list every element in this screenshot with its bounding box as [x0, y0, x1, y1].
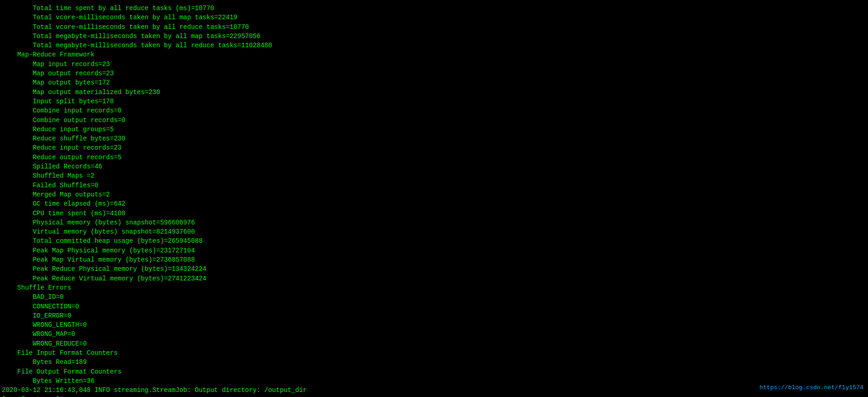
terminal-line: Bytes Written=36 — [2, 377, 95, 385]
terminal-line: Total megabyte-milliseconds taken by all… — [2, 42, 272, 49]
terminal-window: Total time spent by all reduce tasks (ms… — [0, 0, 868, 397]
terminal-line: File Input Format Counters — [2, 349, 118, 357]
terminal-line: Map output records=23 — [2, 70, 114, 77]
terminal-line: Total committed heap usage (bytes)=26594… — [2, 237, 203, 245]
terminal-line: WRONG_REDUCE=0 — [2, 340, 87, 347]
terminal-line: File Output Format Counters — [2, 368, 121, 375]
terminal-line: GC time elapsed (ms)=642 — [2, 200, 125, 207]
terminal-line: Peak Map Physical memory (bytes)=2317271… — [2, 247, 195, 254]
terminal-line: CPU time spent (ms)=4100 — [2, 210, 125, 217]
terminal-line: Combine input records=0 — [2, 107, 121, 114]
terminal-line: Input split bytes=178 — [2, 98, 114, 105]
terminal-line: CONNECTION=0 — [2, 303, 79, 310]
terminal-line: Reduce shuffle bytes=230 — [2, 135, 125, 142]
terminal-line: Bytes Read=189 — [2, 358, 87, 366]
terminal-line: Total megabyte-milliseconds taken by all… — [2, 33, 261, 40]
terminal-line: WRONG_LENGTH=0 — [2, 321, 87, 329]
terminal-line: Reduce input records=23 — [2, 144, 121, 151]
terminal-line: Total vcore-milliseconds taken by all re… — [2, 23, 249, 31]
terminal-line: Reduce output records=5 — [2, 154, 121, 161]
terminal-line: Peak Map Virtual memory (bytes)=27368570… — [2, 256, 195, 263]
terminal-line: Map output materialized bytes=230 — [2, 89, 160, 96]
terminal-line: Merged Map outputs=2 — [2, 191, 110, 198]
terminal-line: Shuffled Maps =2 — [2, 172, 95, 179]
terminal-output: Total time spent by all reduce tasks (ms… — [2, 4, 866, 397]
terminal-line: Total vcore-milliseconds taken by all ma… — [2, 14, 237, 21]
terminal-line: IO_ERROR=0 — [2, 312, 71, 319]
terminal-line: WRONG_MAP=0 — [2, 330, 75, 338]
watermark: https://blog.csdn.net/fly1574 — [760, 384, 863, 392]
terminal-line: Map-Reduce Framework — [2, 51, 95, 58]
terminal-line: Reduce input groups=5 — [2, 126, 114, 133]
terminal-line: Virtual memory (bytes) snapshot=82149376… — [2, 228, 195, 235]
terminal-line: Map output bytes=172 — [2, 79, 110, 86]
terminal-line: Shuffle Errors — [2, 284, 71, 291]
terminal-line: Physical memory (bytes) snapshot=5966069… — [2, 219, 195, 226]
terminal-line: Failed Shuffles=0 — [2, 182, 98, 189]
terminal-line: Peak Reduce Physical memory (bytes)=1343… — [2, 265, 206, 273]
terminal-line: Map input records=23 — [2, 61, 110, 68]
terminal-line: Total time spent by all reduce tasks (ms… — [2, 5, 214, 12]
terminal-line: Peak Reduce Virtual memory (bytes)=27412… — [2, 275, 206, 282]
terminal-line: 2020-03-12 21:16:43,048 INFO streaming.S… — [2, 386, 307, 394]
terminal-line: Combine output records=0 — [2, 117, 125, 124]
terminal-line: BAD_ID=0 — [2, 293, 63, 301]
terminal-line: Spilled Records=46 — [2, 163, 102, 170]
